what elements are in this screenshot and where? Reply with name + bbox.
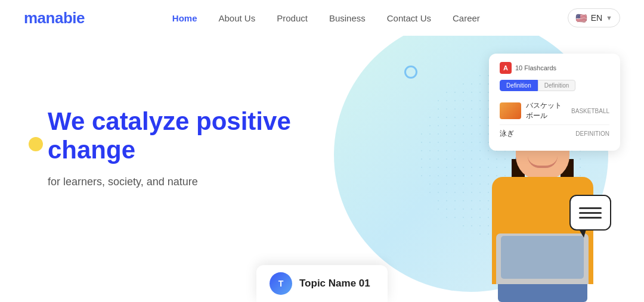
- chevron-down-icon: ▼: [606, 14, 612, 21]
- hero-subtitle: for learners, society, and nature: [48, 176, 291, 188]
- nav-career[interactable]: Career: [453, 13, 480, 23]
- main-nav: Home About Us Product Business Contact U…: [172, 13, 480, 23]
- flashcard-term-2: 泳ぎ: [500, 129, 575, 139]
- tab-definition[interactable]: Definition: [500, 80, 538, 91]
- speech-bubble: [569, 195, 611, 231]
- topic-name: Topic Name 01: [299, 278, 370, 289]
- flashcard-term-1: バスケットボール: [526, 101, 566, 121]
- flashcard-def-2: DEFINITION: [575, 130, 609, 137]
- topic-card: T Topic Name 01: [256, 265, 388, 302]
- flashcard-count: 10 Flashcards: [515, 64, 556, 71]
- flag-icon: 🇺🇸: [575, 12, 587, 24]
- jeans: [498, 284, 587, 302]
- flashcard-widget: A 10 Flashcards Definition Definition バス…: [489, 54, 620, 151]
- logo: manabie: [24, 9, 85, 27]
- language-selector[interactable]: 🇺🇸 EN ▼: [568, 8, 620, 27]
- bubble-line-1: [579, 207, 602, 209]
- nav-product[interactable]: Product: [277, 13, 308, 23]
- bubble-line-2: [579, 212, 602, 214]
- bubble-line-3: [579, 217, 602, 219]
- smile: [528, 156, 558, 168]
- nav-home[interactable]: Home: [172, 13, 197, 23]
- laptop: [496, 233, 589, 284]
- flashcard-icon: A: [500, 62, 512, 74]
- nav-about[interactable]: About Us: [219, 13, 256, 23]
- header: manabie Home About Us Product Business C…: [0, 0, 644, 36]
- flashcard-def-1: BASKETBALL: [571, 108, 609, 114]
- flashcard-row-1: バスケットボール BASKETBALL: [500, 97, 609, 125]
- hero-section: We catalyze positive change for learners…: [0, 36, 644, 302]
- body-sweater: [492, 177, 593, 284]
- topic-avatar: T: [270, 272, 292, 295]
- lang-code: EN: [591, 13, 602, 23]
- hero-title: We catalyze positive change: [48, 107, 291, 165]
- laptop-screen: [501, 236, 584, 279]
- flashcard-row-2: 泳ぎ DEFINITION: [500, 125, 609, 142]
- flashcard-header: A 10 Flashcards: [500, 62, 609, 74]
- flashcard-tabs: Definition Definition: [500, 80, 609, 91]
- tab-definition2[interactable]: Definition: [538, 80, 576, 91]
- flashcard-thumbnail: [500, 102, 521, 119]
- small-circle-outline: [404, 66, 417, 79]
- nav-contact[interactable]: Contact Us: [387, 13, 431, 23]
- nav-business[interactable]: Business: [329, 13, 366, 23]
- yellow-decoration: [29, 137, 43, 151]
- hero-text: We catalyze positive change for learners…: [48, 107, 291, 188]
